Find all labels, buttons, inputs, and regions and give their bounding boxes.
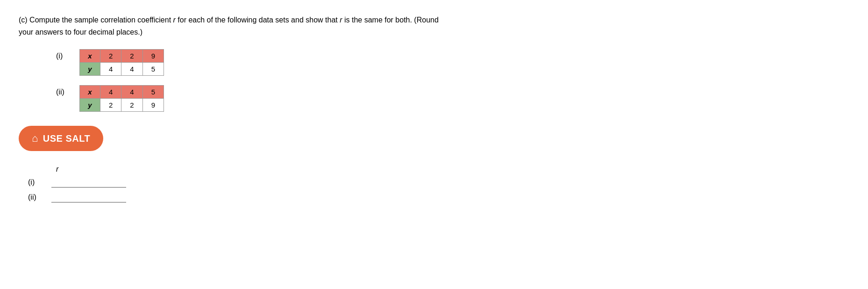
table-ii-label: (ii)	[56, 88, 75, 96]
table-i-header-row: x 2 2 9	[80, 50, 164, 63]
table-i-y-val3: 5	[142, 63, 164, 76]
table-ii-group: (ii) x 4 4 5 y 2 2 9	[56, 85, 849, 112]
answer-i-input[interactable]	[51, 177, 126, 188]
table-i-label: (i)	[56, 52, 75, 60]
question-text: (c) Compute the sample correlation coeff…	[19, 14, 439, 38]
table-i-y-val1: 4	[100, 63, 121, 76]
table-i-group: (i) x 2 2 9 y 4 4 5	[56, 49, 849, 76]
r-column-label: r	[56, 165, 849, 173]
salt-icon: ⌂	[32, 132, 38, 144]
answer-ii-label: (ii)	[28, 193, 51, 202]
table-i-x-val1: 2	[100, 50, 121, 63]
table-ii-y-val1: 2	[100, 99, 121, 112]
table-i-x-val2: 2	[121, 50, 142, 63]
table-ii-x-val3: 5	[142, 86, 164, 99]
table-ii: x 4 4 5 y 2 2 9	[79, 85, 164, 112]
tables-section: (i) x 2 2 9 y 4 4 5 (ii) x 4 4 5	[56, 49, 849, 112]
table-i-x-val3: 9	[142, 50, 164, 63]
table-ii-data-row: y 2 2 9	[80, 99, 164, 112]
table-i: x 2 2 9 y 4 4 5	[79, 49, 164, 76]
answer-i-label: (i)	[28, 178, 51, 187]
answer-row-i: (i)	[28, 177, 849, 188]
answer-ii-input[interactable]	[51, 192, 126, 202]
use-salt-label: USE SALT	[43, 133, 90, 144]
use-salt-button[interactable]: ⌂ USE SALT	[19, 126, 103, 151]
table-i-data-row: y 4 4 5	[80, 63, 164, 76]
table-ii-y-label: y	[80, 99, 100, 112]
table-ii-x-label: x	[80, 86, 100, 99]
answer-row-ii: (ii)	[28, 192, 849, 202]
table-ii-header-row: x 4 4 5	[80, 86, 164, 99]
table-i-y-val2: 4	[121, 63, 142, 76]
table-ii-y-val2: 2	[121, 99, 142, 112]
table-ii-y-val3: 9	[142, 99, 164, 112]
table-i-x-label: x	[80, 50, 100, 63]
table-ii-x-val2: 4	[121, 86, 142, 99]
answer-section: r (i) (ii)	[28, 165, 849, 202]
table-i-y-label: y	[80, 63, 100, 76]
table-ii-x-val1: 4	[100, 86, 121, 99]
